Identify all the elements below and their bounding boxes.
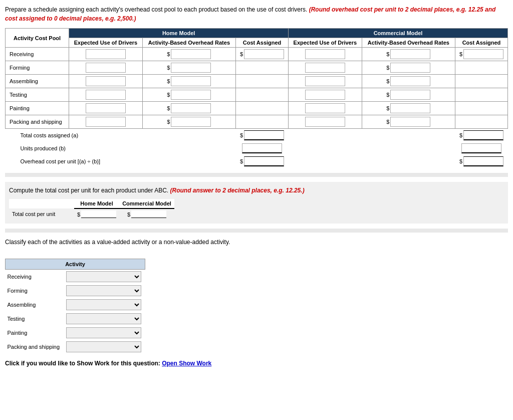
input-comm-expected-receiving[interactable]	[305, 49, 345, 59]
input-comm-activity-receiving[interactable]	[390, 49, 430, 59]
cell-home-activity-assembling: $	[142, 75, 235, 88]
select-packing[interactable]: Value-added Non-value-added	[66, 341, 141, 352]
input-comm-cost-receiving[interactable]	[463, 49, 503, 59]
input-comm-overhead-per-unit[interactable]	[463, 156, 503, 166]
input-comm-activity-packing[interactable]	[390, 117, 430, 127]
cell-home-activity-painting: $	[142, 102, 235, 115]
cell-home-cost-testing	[236, 88, 289, 102]
col-sub-expected-use-home: Expected Use of Drivers	[69, 38, 143, 48]
classify-table: Activity Receiving Value-added Non-value…	[5, 259, 145, 354]
cell-home-cost-painting	[236, 102, 289, 115]
input-home-activity-painting[interactable]	[171, 103, 211, 113]
classify-header-activity: Activity	[6, 259, 145, 270]
input-comm-expected-forming[interactable]	[305, 63, 345, 73]
input-home-expected-painting[interactable]	[86, 103, 126, 113]
table-row: Forming $ $	[6, 61, 508, 75]
instructions-1: Prepare a schedule assigning each activi…	[5, 5, 508, 23]
row-label-testing: Testing	[6, 88, 69, 102]
instructions-2-bold: (Round answer to 2 decimal places, e.g. …	[170, 187, 305, 194]
input-home-expected-assembling[interactable]	[86, 76, 126, 86]
select-testing[interactable]: Value-added Non-value-added	[66, 313, 141, 324]
cell-comm-overhead-per-unit: $	[455, 155, 507, 168]
input-comm-expected-testing[interactable]	[305, 90, 345, 100]
input-home-activity-testing[interactable]	[171, 90, 211, 100]
row-label-painting: Painting	[6, 102, 69, 115]
row-label-forming: Forming	[6, 61, 69, 75]
classify-select-painting: Value-added Non-value-added	[64, 326, 145, 340]
classify-select-receiving: Value-added Non-value-added	[64, 270, 145, 284]
input-comm-expected-assembling[interactable]	[305, 76, 345, 86]
open-show-work-link[interactable]: Open Show Work	[162, 360, 211, 367]
input-comm-units[interactable]	[461, 143, 501, 153]
input-home-total-costs[interactable]	[244, 130, 284, 140]
table-row: Painting $ $	[6, 102, 508, 115]
input-comm-activity-painting[interactable]	[390, 103, 430, 113]
input-home-units[interactable]	[242, 143, 282, 153]
select-painting[interactable]: Value-added Non-value-added	[66, 327, 141, 338]
table-row: Testing $ $	[6, 88, 508, 102]
cell-comm-activity-painting: $	[362, 102, 455, 115]
classify-row-assembling: Assembling Value-added Non-value-added	[6, 298, 145, 312]
compute-home-header: Home Model	[74, 199, 119, 208]
cell-comm-activity-assembling: $	[362, 75, 455, 88]
input-home-expected-packing[interactable]	[86, 117, 126, 127]
input-home-activity-receiving[interactable]	[171, 49, 211, 59]
input-comm-expected-packing[interactable]	[305, 117, 345, 127]
cell-home-activity-receiving: $	[142, 48, 235, 61]
cell-home-activity-forming: $	[142, 61, 235, 75]
classify-section: Classify each of the activities as a val…	[5, 238, 508, 354]
cell-home-expected-receiving	[69, 48, 143, 61]
table-row: Packing and shipping $ $	[6, 115, 508, 129]
input-home-overhead-per-unit[interactable]	[244, 156, 284, 166]
cell-comm-cost-painting	[455, 102, 507, 115]
classify-label-assembling: Assembling	[6, 298, 64, 312]
compute-empty-header	[9, 199, 74, 208]
input-home-expected-receiving[interactable]	[86, 49, 126, 59]
cell-comm-activity-forming: $	[362, 61, 455, 75]
input-home-expected-testing[interactable]	[86, 90, 126, 100]
col-sub-activity-home: Activity-Based Overhead Rates	[142, 38, 235, 48]
cell-home-activity-packing: $	[142, 115, 235, 129]
col-header-activity: Activity Cost Pool	[6, 29, 69, 48]
table-row: Assembling $ $	[6, 75, 508, 88]
cell-comm-activity-packing: $	[362, 115, 455, 129]
input-home-cost-receiving[interactable]	[244, 49, 284, 59]
cell-home-cost-receiving: $	[236, 48, 289, 61]
compute-home-value: $	[74, 208, 119, 220]
input-comm-activity-forming[interactable]	[390, 63, 430, 73]
select-receiving[interactable]: Value-added Non-value-added	[66, 271, 141, 282]
label-units: Units produced (b)	[6, 142, 236, 155]
select-forming[interactable]: Value-added Non-value-added	[66, 285, 141, 296]
compute-row: Total cost per unit $ $	[9, 208, 174, 220]
input-compute-commercial[interactable]	[131, 211, 166, 218]
input-comm-expected-painting[interactable]	[305, 103, 345, 113]
compute-commercial-value: $	[119, 208, 174, 220]
spacer-total	[289, 129, 455, 142]
cell-home-cost-assembling	[236, 75, 289, 88]
label-overhead-per-unit: Overhead cost per unit [(a) ÷ (b)]	[6, 155, 236, 168]
cell-comm-activity-receiving: $	[362, 48, 455, 61]
classify-label-forming: Forming	[6, 284, 64, 298]
compute-commercial-header: Commercial Model	[119, 199, 174, 208]
cell-home-overhead-per-unit: $	[236, 155, 289, 168]
cell-comm-expected-painting	[289, 102, 362, 115]
input-home-activity-packing[interactable]	[171, 117, 211, 127]
classify-select-packing: Value-added Non-value-added	[64, 340, 145, 354]
cell-comm-cost-receiving: $	[455, 48, 507, 61]
col-header-home: Home Model	[69, 29, 289, 38]
compute-total-label: Total cost per unit	[9, 208, 74, 220]
input-comm-activity-assembling[interactable]	[390, 76, 430, 86]
input-comm-activity-testing[interactable]	[390, 90, 430, 100]
cell-home-expected-packing	[69, 115, 143, 129]
classify-label-receiving: Receiving	[6, 270, 64, 284]
show-work-section: Click if you would like to Show Work for…	[5, 360, 508, 367]
input-home-expected-forming[interactable]	[86, 63, 126, 73]
compute-section: Compute the total cost per unit for each…	[5, 182, 508, 224]
section-divider-1	[5, 173, 508, 177]
input-compute-home[interactable]	[81, 211, 116, 218]
input-home-activity-assembling[interactable]	[171, 76, 211, 86]
input-home-activity-forming[interactable]	[171, 63, 211, 73]
select-assembling[interactable]: Value-added Non-value-added	[66, 299, 141, 310]
row-label-receiving: Receiving	[6, 48, 69, 61]
input-comm-total-costs[interactable]	[463, 130, 503, 140]
